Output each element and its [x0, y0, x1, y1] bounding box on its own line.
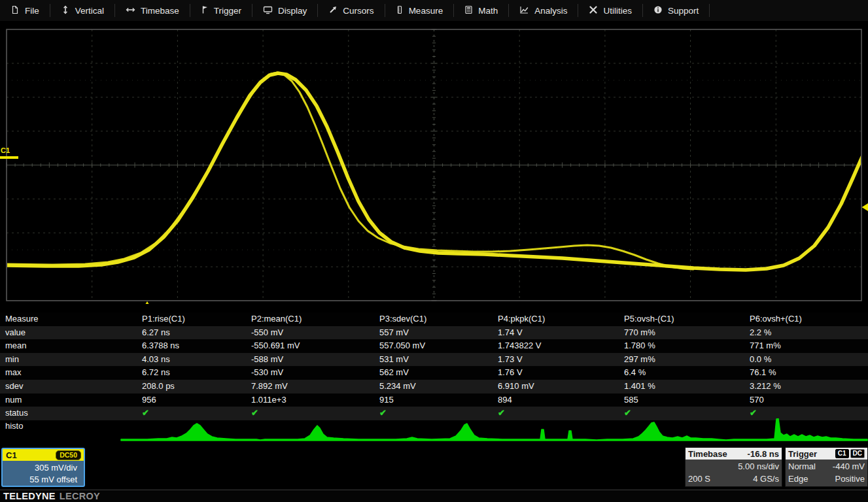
- measure-row-label: sdev: [0, 380, 142, 393]
- menu-item-vertical[interactable]: Vertical: [50, 0, 114, 21]
- menu-item-label: Display: [278, 6, 307, 16]
- menu-item-trigger[interactable]: Trigger: [190, 0, 252, 21]
- menu-item-measure[interactable]: Measure: [385, 0, 454, 21]
- measure-table-row-max: max6.72 ns-530 mV562 mV1.76 V6.4 %76.1 %: [0, 366, 868, 380]
- measure-column-header-p4[interactable]: P4:pkpk(C1): [498, 312, 624, 326]
- channel-name: C1: [6, 450, 17, 460]
- display-icon: [263, 5, 273, 16]
- channel-scale: 305 mV/div: [3, 462, 77, 474]
- channel-c1-descriptor-box[interactable]: C1 DC50 305 mV/div 55 mV offset: [1, 448, 85, 487]
- menu-separator: [709, 4, 710, 17]
- measure-cell: 771 m%: [750, 339, 868, 353]
- trigger-source-badge: C1: [835, 449, 849, 458]
- measure-cell: 76.1 %: [750, 366, 868, 380]
- measure-cell: 956: [142, 393, 251, 407]
- menu-item-file[interactable]: File: [0, 0, 50, 21]
- measure-cell: -550.691 mV: [251, 339, 379, 353]
- menu-item-label: Utilities: [603, 6, 632, 16]
- measure-table-row-min: min4.03 ns-588 mV531 mV1.73 V297 m%0.0 %: [0, 353, 868, 367]
- ruler-icon: [396, 5, 404, 16]
- measure-column-header-p2[interactable]: P2:mean(C1): [251, 312, 379, 326]
- measure-cell: 585: [624, 393, 750, 407]
- horizontal-arrows-icon: [126, 5, 135, 16]
- measure-cell: 1.76 V: [498, 366, 624, 380]
- brand-logo-secondary: LECROY: [60, 491, 100, 501]
- menu-item-utilities[interactable]: Utilities: [578, 0, 642, 21]
- trigger-coupling-badge: DC: [850, 449, 865, 458]
- measure-column-header-p3[interactable]: P3:sdev(C1): [379, 312, 498, 326]
- menu-item-label: Support: [668, 6, 699, 16]
- measure-cell: 562 mV: [379, 366, 498, 380]
- calculator-icon: [464, 5, 473, 16]
- measure-column-header-p6[interactable]: P6:ovsh+(C1): [750, 312, 868, 326]
- trigger-mode: Normal: [788, 460, 816, 473]
- menu-item-analysis[interactable]: Analysis: [509, 0, 578, 21]
- menu-item-label: Trigger: [214, 6, 241, 16]
- channel-offset: 55 mV offset: [3, 474, 77, 486]
- timebase-scale: 5.00 ns/div: [738, 460, 779, 473]
- measure-table-row-value: value6.27 ns-550 mV557 mV1.74 V770 m%2.2…: [0, 326, 868, 340]
- measure-cell: 6.27 ns: [142, 326, 251, 340]
- tools-icon: [589, 5, 598, 16]
- measure-cell: 7.892 mV: [251, 380, 379, 393]
- measure-row-label: num: [0, 393, 142, 407]
- measure-cell: -550 mV: [251, 326, 379, 340]
- measure-cell: 0.0 %: [750, 353, 868, 367]
- timebase-title: Timebase: [688, 449, 727, 459]
- menu-item-label: Measure: [409, 6, 443, 16]
- measure-cell: 1.011e+3: [251, 393, 379, 407]
- measure-cell: 1.73 V: [498, 353, 624, 367]
- measure-cell: 557 mV: [379, 326, 498, 340]
- menu-item-label: Analysis: [534, 6, 567, 16]
- measure-cell: -530 mV: [251, 366, 379, 380]
- measure-cell: 570: [750, 393, 868, 407]
- measure-table-corner-label: Measure: [0, 312, 142, 326]
- measure-cell: 208.0 ps: [142, 380, 251, 393]
- trigger-level: -440 mV: [833, 460, 865, 473]
- measure-cell: 3.212 %: [750, 380, 868, 393]
- measure-cell: 6.4 %: [624, 366, 750, 380]
- measure-cell: 6.72 ns: [142, 366, 251, 380]
- file-icon: [10, 5, 20, 16]
- measure-cell: 6.3788 ns: [142, 339, 251, 353]
- trigger-type: Edge: [788, 473, 808, 485]
- measure-cell: 1.743822 V: [498, 339, 624, 353]
- measure-table-row-sdev: sdev208.0 ps7.892 mV5.234 mV6.910 mV1.40…: [0, 380, 868, 393]
- measure-row-label: max: [0, 366, 142, 380]
- measure-column-header-p5[interactable]: P5:ovsh-(C1): [624, 312, 750, 326]
- trigger-slope: Positive: [835, 473, 865, 485]
- measure-cell: 6.910 mV: [498, 380, 624, 393]
- timebase-samples: 200 S: [688, 473, 710, 485]
- chart-icon: [519, 5, 529, 16]
- timebase-descriptor-box[interactable]: Timebase -16.8 ns 5.00 ns/div 200 S 4 GS…: [685, 447, 782, 487]
- menu-bar: File Vertical Timebase Trigger Display C…: [0, 0, 868, 21]
- menu-item-timebase[interactable]: Timebase: [115, 0, 190, 21]
- menu-item-cursors[interactable]: Cursors: [318, 0, 384, 21]
- measure-cell: 894: [498, 393, 624, 407]
- info-icon: [653, 5, 663, 16]
- menu-item-label: File: [25, 6, 39, 16]
- waveform-display[interactable]: C1: [0, 23, 868, 304]
- channel-c1-level-marker[interactable]: C1: [1, 146, 10, 154]
- measure-cell: 531 mV: [379, 353, 498, 367]
- menu-item-support[interactable]: Support: [643, 0, 709, 21]
- trigger-title: Trigger: [788, 449, 817, 459]
- measure-cell: 557.050 mV: [379, 339, 498, 353]
- measure-cell: 1.74 V: [498, 326, 624, 340]
- measure-cell: 770 m%: [624, 326, 750, 340]
- measure-cell: -588 mV: [251, 353, 379, 367]
- trigger-descriptor-box[interactable]: Trigger C1 DC Normal -440 mV Edge Positi…: [785, 447, 868, 487]
- measure-table-row-num: num9561.011e+3915894585570: [0, 393, 868, 407]
- trigger-flag-icon: [201, 5, 209, 16]
- measure-cell: 2.2 %: [750, 326, 868, 340]
- measure-cell: 297 m%: [624, 353, 750, 367]
- menu-item-display[interactable]: Display: [252, 0, 317, 21]
- measurement-histogram: [0, 418, 868, 448]
- timebase-delay: -16.8 ns: [748, 449, 779, 459]
- menu-item-label: Vertical: [75, 6, 104, 16]
- measure-column-header-p1[interactable]: P1:rise(C1): [142, 312, 251, 326]
- menu-item-label: Math: [478, 6, 498, 16]
- menu-item-math[interactable]: Math: [454, 0, 508, 21]
- timebase-rate: 4 GS/s: [753, 473, 779, 485]
- measure-cell: 1.401 %: [624, 380, 750, 393]
